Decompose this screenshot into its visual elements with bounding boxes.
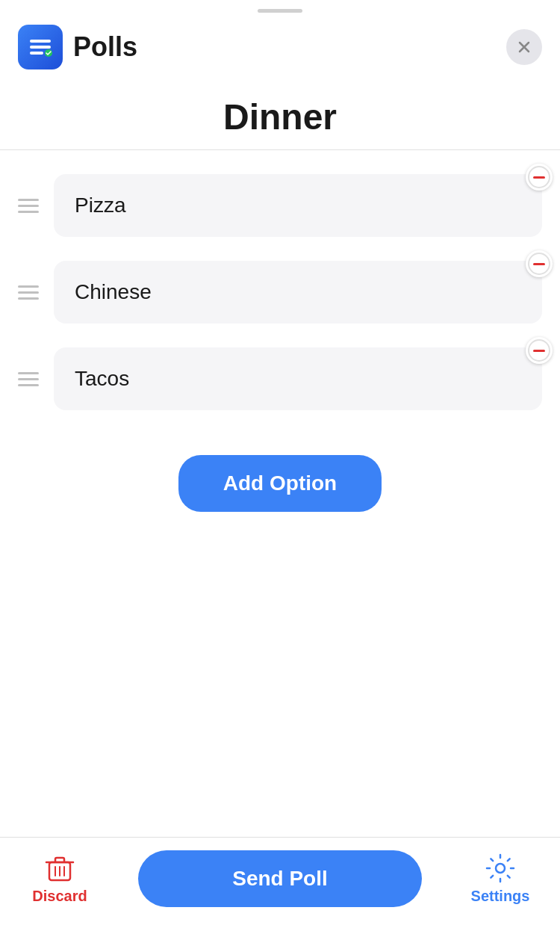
remove-option-button[interactable]	[526, 164, 553, 191]
bottom-bar: Discard Send Poll Settings	[0, 837, 560, 934]
option-card: Pizza	[54, 174, 542, 237]
add-option-button[interactable]: Add Option	[178, 455, 382, 512]
settings-label: Settings	[471, 888, 530, 905]
app-title: Polls	[73, 31, 506, 63]
remove-button-inner	[528, 339, 550, 362]
settings-button[interactable]: Settings	[463, 852, 538, 905]
minus-icon	[533, 263, 545, 265]
send-poll-button[interactable]: Send Poll	[138, 850, 422, 907]
svg-rect-2	[30, 52, 43, 55]
remove-button-inner	[528, 253, 550, 275]
svg-rect-0	[30, 40, 51, 43]
minus-icon	[533, 176, 545, 179]
drag-handle-icon[interactable]	[18, 285, 39, 300]
option-row: Pizza	[0, 165, 560, 246]
app-header: Polls	[0, 13, 560, 81]
option-card: Chinese	[54, 261, 542, 324]
remove-button-inner	[528, 166, 550, 188]
discard-label: Discard	[32, 888, 87, 905]
close-button[interactable]	[506, 29, 542, 65]
poll-title-section: Dinner	[0, 81, 560, 150]
drag-handle-icon[interactable]	[18, 372, 39, 386]
option-card: Tacos	[54, 347, 542, 410]
poll-title: Dinner	[18, 96, 542, 137]
gear-icon	[484, 852, 517, 885]
trash-icon	[43, 852, 76, 885]
svg-rect-1	[30, 46, 51, 49]
svg-point-10	[496, 864, 505, 873]
option-row: Chinese	[0, 252, 560, 333]
drag-handle-icon[interactable]	[18, 199, 39, 213]
option-text: Pizza	[75, 194, 125, 217]
add-option-section: Add Option	[0, 440, 560, 512]
option-row: Tacos	[0, 338, 560, 419]
remove-option-button[interactable]	[526, 337, 553, 364]
options-list: Pizza Chinese	[0, 150, 560, 440]
option-text: Tacos	[75, 367, 129, 390]
discard-button[interactable]: Discard	[22, 852, 97, 905]
remove-option-button[interactable]	[526, 250, 553, 277]
app-icon	[18, 25, 63, 69]
option-text: Chinese	[75, 280, 152, 303]
minus-icon	[533, 350, 545, 352]
